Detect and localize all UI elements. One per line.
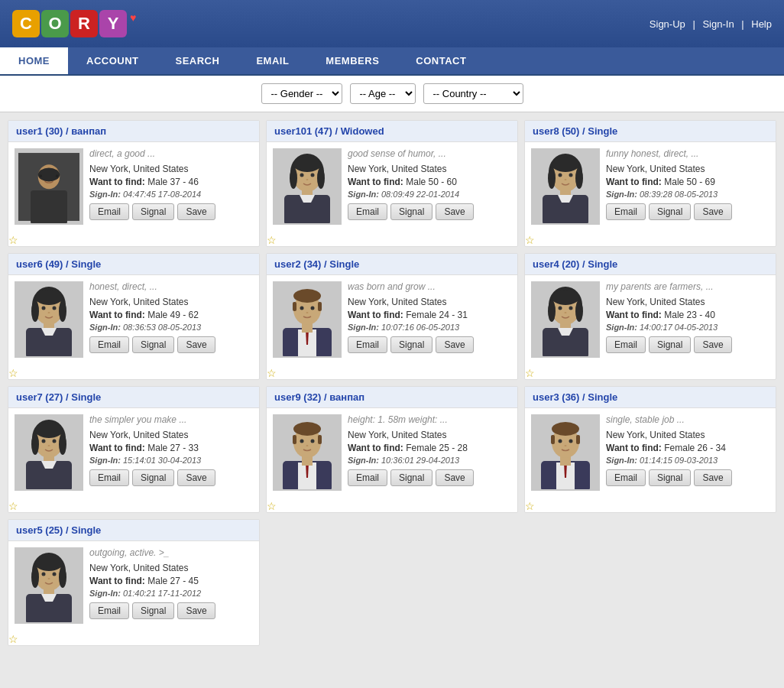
card-want: Want to find: Male 23 - 40 (606, 310, 769, 320)
svg-point-35 (35, 290, 63, 305)
nav-members[interactable]: MEMBERS (307, 47, 397, 74)
card-location: New York, United States (348, 164, 511, 174)
svg-point-14 (300, 173, 304, 177)
user-card-user7: user7 (27) / Single the simpler you make… (8, 386, 260, 513)
save-button[interactable]: Save (177, 469, 215, 486)
card-signin: Sign-In: 08:36:53 08-05-2013 (89, 323, 253, 332)
card-body: was born and grow ... New York, United S… (267, 275, 517, 364)
svg-point-5 (56, 174, 59, 177)
svg-point-67 (59, 433, 66, 455)
age-filter[interactable]: -- Age -- 18-25 25-35 35-50 50+ (350, 83, 416, 104)
signal-button[interactable]: Signal (390, 336, 432, 353)
card-want: Want to find: Male 27 - 33 (89, 443, 253, 453)
save-button[interactable]: Save (436, 469, 473, 486)
country-filter[interactable]: -- Country -- United States United Kingd… (423, 83, 523, 104)
user-card-user3: user3 (36) / Single single, stable job .… (524, 386, 776, 513)
card-buttons: Email Signal Save (348, 469, 511, 486)
svg-point-25 (559, 173, 562, 177)
svg-point-12 (317, 167, 325, 189)
star-icon: ☆ (8, 367, 259, 379)
user-card-user8: user8 (50) / Single funny honest, direct… (524, 120, 776, 247)
svg-point-59 (569, 306, 573, 310)
star-icon: ☆ (267, 234, 517, 246)
signal-button[interactable]: Signal (390, 469, 432, 486)
avatar (15, 148, 83, 225)
card-info: funny honest, direct, ... New York, Unit… (606, 148, 769, 225)
signal-button[interactable]: Signal (390, 203, 432, 220)
heart-icon: ♥ (130, 11, 136, 24)
avatar (15, 547, 83, 624)
svg-rect-89 (551, 435, 555, 444)
avatar (15, 281, 83, 358)
signal-button[interactable]: Signal (132, 336, 174, 353)
signin-link[interactable]: Sign-In (702, 18, 734, 30)
signal-button[interactable]: Signal (649, 336, 691, 353)
svg-point-38 (48, 312, 50, 313)
svg-point-100 (59, 566, 66, 588)
card-signin: Sign-In: 15:14:01 30-04-2013 (89, 456, 253, 465)
card-buttons: Email Signal Save (348, 203, 511, 220)
card-buttons: Email Signal Save (606, 203, 769, 220)
email-button[interactable]: Email (348, 336, 387, 353)
signal-button[interactable]: Signal (132, 469, 174, 486)
card-buttons: Email Signal Save (89, 469, 253, 486)
email-button[interactable]: Email (89, 203, 129, 220)
email-button[interactable]: Email (348, 469, 387, 486)
star-icon: ☆ (525, 234, 776, 246)
save-button[interactable]: Save (694, 203, 731, 220)
save-button[interactable]: Save (436, 336, 473, 353)
nav-email[interactable]: EMAIL (238, 47, 307, 74)
card-body: funny honest, direct, ... New York, Unit… (525, 142, 776, 231)
header-links: Sign-Up | Sign-In | Help (650, 18, 772, 30)
save-button[interactable]: Save (694, 469, 731, 486)
main-nav: HOME ACCOUNT SEARCH EMAIL MEMBERS CONTAC… (0, 47, 784, 76)
nav-account[interactable]: ACCOUNT (68, 47, 157, 74)
email-button[interactable]: Email (606, 336, 646, 353)
card-info: my parents are farmers, ... New York, Un… (606, 281, 769, 358)
email-button[interactable]: Email (348, 203, 387, 220)
signal-button[interactable]: Signal (132, 602, 174, 619)
card-header: user5 (25) / Single (8, 520, 259, 541)
avatar (531, 281, 600, 358)
nav-search[interactable]: SEARCH (157, 47, 238, 74)
signal-button[interactable]: Signal (649, 469, 691, 486)
svg-point-27 (565, 179, 567, 180)
user-card-user1: user1 (30) / ванпап direct, a good ... N… (8, 120, 260, 247)
user-card-user4: user4 (20) / Single my parents are farme… (524, 253, 776, 380)
card-tagline: my parents are farmers, ... (606, 281, 769, 292)
card-body: single, stable job ... New York, United … (525, 408, 776, 497)
svg-rect-79 (318, 435, 322, 444)
svg-point-49 (306, 312, 309, 313)
user-card-user2: user2 (34) / Single was born and grow ..… (266, 253, 518, 380)
help-link[interactable]: Help (751, 18, 772, 30)
star-icon: ☆ (525, 500, 776, 512)
card-body: height: 1. 58m weight: ... New York, Uni… (267, 408, 517, 497)
save-button[interactable]: Save (694, 336, 731, 353)
svg-point-99 (31, 566, 39, 588)
card-want: Want to find: Male 27 - 45 (89, 576, 253, 586)
save-button[interactable]: Save (177, 336, 215, 353)
svg-point-70 (53, 439, 57, 443)
save-button[interactable]: Save (436, 203, 473, 220)
card-info: direct, a good ... New York, United Stat… (89, 148, 253, 225)
gender-filter[interactable]: -- Gender -- Male Female (261, 83, 342, 104)
email-button[interactable]: Email (89, 336, 129, 353)
signal-button[interactable]: Signal (649, 203, 691, 220)
signal-button[interactable]: Signal (132, 203, 174, 220)
user-card-user9: user9 (32) / ванпап height: 1. 58m weigh… (266, 386, 518, 513)
svg-point-58 (559, 306, 562, 310)
nav-contact[interactable]: CONTACT (397, 47, 484, 74)
save-button[interactable]: Save (177, 203, 215, 220)
card-signin: Sign-In: 08:09:49 22-01-2014 (348, 190, 511, 199)
card-tagline: good sense of humor, ... (348, 148, 511, 159)
signup-link[interactable]: Sign-Up (650, 18, 685, 30)
email-button[interactable]: Email (606, 203, 646, 220)
nav-home[interactable]: HOME (0, 47, 68, 74)
save-button[interactable]: Save (177, 602, 215, 619)
svg-point-77 (293, 422, 321, 436)
email-button[interactable]: Email (89, 602, 129, 619)
email-button[interactable]: Email (89, 469, 129, 486)
card-want: Want to find: Male 37 - 46 (89, 177, 253, 187)
card-tagline: the simpler you make ... (89, 414, 253, 425)
email-button[interactable]: Email (606, 469, 646, 486)
